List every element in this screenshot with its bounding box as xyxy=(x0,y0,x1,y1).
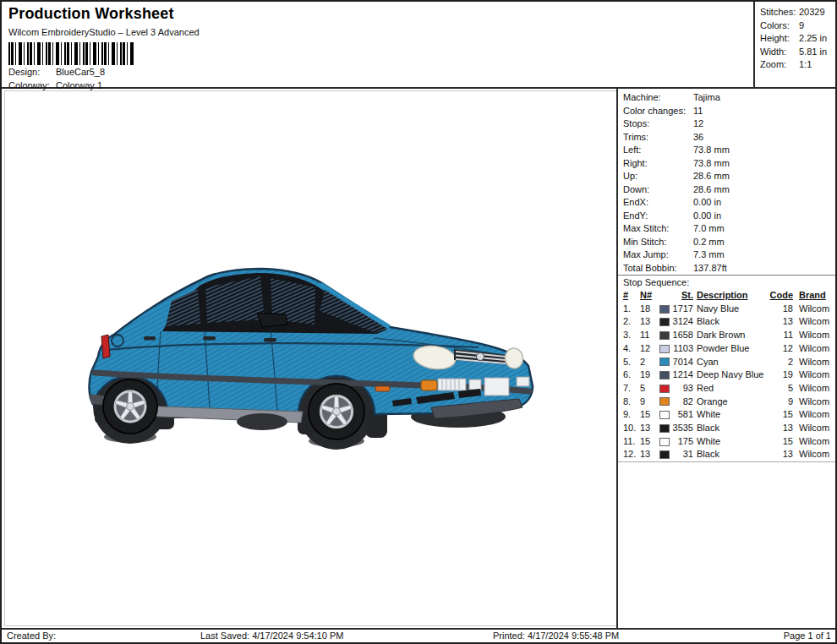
trims-label: Trims: xyxy=(623,131,693,145)
summary-box: Stitches:20329 Colors:9 Height:2.25 in W… xyxy=(753,2,835,87)
stop-sequence-row: 9.15581White15Wilcom xyxy=(623,408,832,422)
width-value: 5.81 in xyxy=(799,46,834,59)
up-label: Up: xyxy=(623,170,693,183)
vw-badge xyxy=(477,353,484,361)
endy-label: EndY: xyxy=(623,210,693,223)
max-stitch-value: 7.0 mm xyxy=(693,222,832,236)
height-value: 2.25 in xyxy=(799,32,834,46)
colors-label: Colors: xyxy=(760,19,799,33)
thread-color-swatch xyxy=(659,357,670,366)
up-value: 28.6 mm xyxy=(693,170,832,183)
design-value: BlueCar5_8 xyxy=(56,65,200,79)
stitches-value: 20329 xyxy=(799,6,834,19)
last-saved-text: Last Saved: 4/17/2024 9:54:10 PM xyxy=(200,630,343,641)
stop-sequence-header-row: # N# St. Description Code Brand xyxy=(623,289,832,303)
stop-sequence-row: 12.1331Black13Wilcom xyxy=(623,448,832,461)
machine-value: Tajima xyxy=(693,91,832,105)
thread-color-swatch xyxy=(659,345,670,353)
stop-sequence-row: 3.111658Dark Brown11Wilcom xyxy=(623,329,832,342)
stop-sequence-row: 4.121103Powder Blue12Wilcom xyxy=(623,342,832,356)
col-header-code: Code xyxy=(768,289,793,303)
total-bobbin-label: Total Bobbin: xyxy=(623,262,693,276)
stops-label: Stops: xyxy=(623,117,693,131)
col-header-description: Description xyxy=(693,289,768,303)
thread-color-swatch xyxy=(659,424,670,433)
summary-row: Colors:9 xyxy=(760,19,834,33)
thread-color-swatch xyxy=(659,318,670,326)
stop-sequence-row: 10.133535Black13Wilcom xyxy=(623,422,832,435)
machine-label: Machine: xyxy=(623,91,693,105)
created-by-label: Created By: xyxy=(7,630,56,641)
color-changes-label: Color changes: xyxy=(623,105,693,118)
design-row: Design: BlueCar5_8 xyxy=(8,65,200,79)
stop-sequence-row: 8.982Orange9Wilcom xyxy=(623,396,832,409)
stop-sequence-row: 6.191214Deep Navy Blue19Wilcom xyxy=(623,368,832,382)
page-number: Page 1 of 1 xyxy=(784,630,831,641)
content: Machine:Tajima Color changes:11 Stops:12… xyxy=(2,89,835,628)
down-label: Down: xyxy=(623,183,693,197)
zoom-label: Zoom: xyxy=(760,58,799,72)
col-header-stitches: St. xyxy=(671,289,693,303)
height-label: Height: xyxy=(760,32,799,46)
summary-row: Width:5.81 in xyxy=(760,46,834,59)
thread-color-swatch xyxy=(659,385,670,393)
max-stitch-label: Max Stitch: xyxy=(623,222,693,236)
width-label: Width: xyxy=(760,46,799,59)
zoom-value: 1:1 xyxy=(799,58,834,72)
endy-value: 0.00 in xyxy=(693,210,832,223)
stitches-label: Stitches: xyxy=(760,6,799,19)
app-subtitle: Wilcom EmbroideryStudio – Level 3 Advanc… xyxy=(8,27,200,37)
max-jump-label: Max Jump: xyxy=(623,248,693,262)
info-panel: Machine:Tajima Color changes:11 Stops:12… xyxy=(616,89,835,628)
summary-row: Stitches:20329 xyxy=(760,6,834,19)
stop-sequence-section: Stop Sequence: # N# St. Description Code… xyxy=(618,275,835,462)
stop-sequence-row: 11.15175White15Wilcom xyxy=(623,435,832,449)
front-wheel xyxy=(308,383,365,440)
barcode-icon xyxy=(8,42,135,65)
stops-value: 12 xyxy=(693,117,832,131)
design-canvas xyxy=(2,89,616,628)
header-left: Production Worksheet Wilcom EmbroiderySt… xyxy=(8,5,200,92)
stop-sequence-row: 2.133124Black13Wilcom xyxy=(623,315,832,329)
thread-color-swatch xyxy=(659,371,670,379)
thread-color-swatch xyxy=(659,450,670,459)
summary-row: Height:2.25 in xyxy=(760,32,834,46)
left-label: Left: xyxy=(623,144,693,157)
min-stitch-label: Min Stitch: xyxy=(623,236,693,249)
down-value: 28.6 mm xyxy=(693,183,832,197)
production-worksheet-page: Production Worksheet Wilcom EmbroiderySt… xyxy=(0,0,837,644)
min-stitch-value: 0.2 mm xyxy=(693,236,832,249)
thread-color-swatch xyxy=(659,305,670,314)
endx-label: EndX: xyxy=(623,196,693,210)
rear-wheel xyxy=(102,379,158,434)
design-label: Design: xyxy=(8,65,56,79)
header: Production Worksheet Wilcom EmbroiderySt… xyxy=(2,2,835,89)
thread-color-swatch xyxy=(659,331,670,340)
col-header-needle: N# xyxy=(640,289,657,303)
side-marker xyxy=(375,386,390,391)
taillight xyxy=(101,335,110,358)
thread-color-swatch xyxy=(659,397,670,406)
side-mirror xyxy=(257,313,287,327)
thread-color-swatch xyxy=(659,438,670,446)
stop-sequence-table: # N# St. Description Code Brand 1.181717… xyxy=(618,289,835,462)
col-header-brand: Brand xyxy=(793,289,832,303)
stop-sequence-row: 5.27014Cyan2Wilcom xyxy=(623,356,832,369)
thread-color-swatch xyxy=(659,411,670,419)
col-header-num: # xyxy=(623,289,640,303)
printed-text: Printed: 4/17/2024 9:55:48 PM xyxy=(493,630,619,641)
stop-sequence-title: Stop Sequence: xyxy=(618,276,835,289)
page-title: Production Worksheet xyxy=(8,5,200,23)
turn-indicator xyxy=(421,380,437,390)
license-plate xyxy=(484,378,509,396)
left-value: 73.8 mm xyxy=(693,144,832,157)
color-changes-value: 11 xyxy=(693,105,832,118)
right-label: Right: xyxy=(623,157,693,171)
stop-sequence-row: 1.181717Navy Blue18Wilcom xyxy=(623,303,832,316)
machine-info: Machine:Tajima Color changes:11 Stops:12… xyxy=(618,89,835,275)
stop-sequence-row: 7.593Red5Wilcom xyxy=(623,382,832,396)
total-bobbin-value: 137.87ft xyxy=(693,262,832,276)
summary-row: Zoom:1:1 xyxy=(760,58,834,72)
endx-value: 0.00 in xyxy=(693,196,832,210)
colors-value: 9 xyxy=(799,19,834,33)
